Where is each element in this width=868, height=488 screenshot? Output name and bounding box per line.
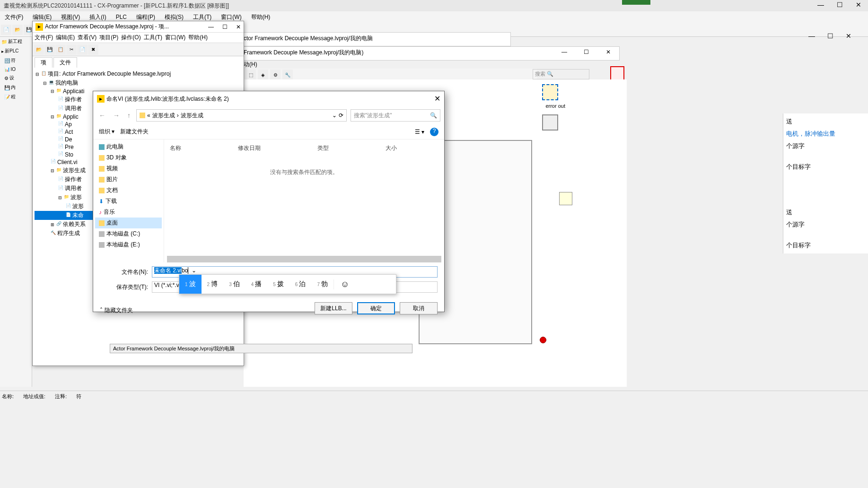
lvt-2[interactable]: 💾 <box>44 44 55 55</box>
path-dropdown-icon[interactable]: ⌄ <box>332 112 337 119</box>
ime-cand-4[interactable]: 4播 <box>245 275 268 294</box>
sd-search-input[interactable]: 搜索"波形生成" 🔍 <box>351 109 440 122</box>
side-thispc[interactable]: 此电脑 <box>95 141 162 152</box>
block-node-2[interactable] <box>542 114 558 131</box>
sd-path-breadcrumb[interactable]: « 波形生成 › 波形生成 ⌄ ⟳ <box>136 109 347 122</box>
side-pic[interactable]: 图片 <box>95 174 162 185</box>
tool-new[interactable]: 📄 <box>1 25 11 35</box>
bgt-3[interactable]: ⚙ <box>270 70 281 80</box>
col-name[interactable]: 名称 <box>170 144 181 152</box>
lvm-view[interactable]: 查看(V) <box>78 34 96 42</box>
ime-cand-6[interactable]: 6泊 <box>289 275 312 294</box>
lvt-1[interactable]: 📂 <box>34 44 44 55</box>
bg-max[interactable]: ☐ <box>827 32 833 40</box>
ls-newproj[interactable]: 📁 新工程 <box>0 37 32 46</box>
lv-titlebar[interactable]: ▶ Actor Framework Decouple Message.lvpro… <box>33 21 244 33</box>
side-edrive[interactable]: 本地磁盘 (E:) <box>95 239 162 250</box>
sd-sidebar[interactable]: 此电脑 3D 对象 视频 图片 文档 ⬇下载 ♪音乐 桌面 本地磁盘 (C:) … <box>93 139 164 262</box>
filename-drop-icon[interactable]: ⌄ <box>192 267 196 274</box>
tool-open[interactable]: 📂 <box>12 25 23 35</box>
lv-tab-files[interactable]: 文件 <box>53 57 77 68</box>
cancel-button[interactable]: 取消 <box>400 302 438 314</box>
lvt-4[interactable]: ✂ <box>66 44 77 55</box>
lvm-help[interactable]: 帮助(H) <box>188 34 208 42</box>
ime-cand-5[interactable]: 5拨 <box>267 275 289 294</box>
menu-plc[interactable]: PLC <box>113 13 130 21</box>
sd-help-icon[interactable]: ? <box>430 128 438 136</box>
side-music[interactable]: ♪音乐 <box>95 207 162 218</box>
lv-tab-items[interactable]: 项 <box>35 57 53 68</box>
col-size[interactable]: 大小 <box>386 144 397 152</box>
bg2-max[interactable]: ☐ <box>584 49 589 55</box>
bg2-min[interactable]: — <box>561 49 567 55</box>
minimize-button[interactable]: — <box>811 1 830 10</box>
lvt-6[interactable]: ✖ <box>88 44 98 55</box>
lvm-proj[interactable]: 项目(P) <box>99 34 118 42</box>
sd-close-button[interactable]: ✕ <box>434 94 440 103</box>
ok-button[interactable]: 确定 <box>357 302 395 314</box>
bg-help-menu[interactable]: 动(H) <box>244 61 257 69</box>
block-node-3[interactable] <box>559 192 572 205</box>
new-llb-button[interactable]: 新建LLB... <box>315 302 352 314</box>
nav-up-icon[interactable]: ↑ <box>125 112 132 119</box>
col-type[interactable]: 类型 <box>317 144 329 152</box>
refresh-icon[interactable]: ⟳ <box>339 112 343 119</box>
lvm-edit[interactable]: 编辑(E) <box>56 34 75 42</box>
sd-organize-button[interactable]: 组织 ▾ <box>99 128 114 136</box>
tree-root[interactable]: ⊟📋项目: Actor Framework Decouple Message.l… <box>35 70 242 78</box>
stop-terminal-icon[interactable] <box>540 337 546 343</box>
bgt-4[interactable]: 🔧 <box>282 70 293 80</box>
path-seg-1[interactable]: 波形生成 <box>152 112 175 120</box>
hide-folders-toggle[interactable]: ˄ 隐藏文件夹 <box>93 305 140 316</box>
close-button[interactable]: ✕ <box>849 1 868 10</box>
bg-search-input[interactable]: 搜索 🔍 <box>533 69 589 79</box>
ls-prog[interactable]: 📝 程 <box>0 92 32 102</box>
lvt-3[interactable]: 📋 <box>55 44 66 55</box>
sd-filelist[interactable]: 名称 修改日期 类型 大小 没有与搜索条件匹配的项。 <box>164 139 444 262</box>
bottom-tab-label[interactable]: Actor Framework Decouple Message.lvproj/… <box>110 344 412 353</box>
sd-titlebar[interactable]: ▶ 命名VI (波形生成.lvlib:波形生成.lvclass:未命名 2) ✕ <box>93 91 444 106</box>
bgt-2[interactable]: ◈ <box>258 70 268 80</box>
bg-min[interactable]: — <box>808 32 815 40</box>
ime-cand-3[interactable]: 3伯 <box>223 275 245 294</box>
ime-cand-1[interactable]: 1波 <box>179 275 202 294</box>
maximize-button[interactable]: ☐ <box>830 1 849 10</box>
lv-close[interactable]: ✕ <box>236 24 241 30</box>
lvm-win[interactable]: 窗口(W) <box>165 34 185 42</box>
nav-fwd-icon[interactable]: → <box>111 112 122 119</box>
sd-newfolder-button[interactable]: 新建文件夹 <box>120 128 149 136</box>
lvt-5[interactable]: 📄 <box>77 44 88 55</box>
ls-mem[interactable]: 💾 内 <box>0 83 32 92</box>
lvm-op[interactable]: 操作(O) <box>121 34 140 42</box>
side-desktop[interactable]: 桌面 <box>95 218 162 228</box>
ls-io[interactable]: 📊 IO <box>0 65 32 73</box>
lvm-file[interactable]: 文件(F) <box>35 34 53 42</box>
side-cdrive[interactable]: 本地磁盘 (C:) <box>95 228 162 239</box>
nav-back-icon[interactable]: ← <box>97 112 107 119</box>
ls-newplc[interactable]: ▸ 新PLC <box>0 46 32 56</box>
bgt-1[interactable]: ⬚ <box>245 70 256 80</box>
path-seg-2[interactable]: 波形生成 <box>181 112 203 120</box>
lv-max[interactable]: ☐ <box>222 24 228 30</box>
tree-mypc[interactable]: ⊟💻我的电脑 <box>35 78 242 87</box>
ime-candidate-bar[interactable]: 1波 2博 3伯 4播 5拨 6泊 7勃 ☺ <box>179 274 396 294</box>
side-down[interactable]: ⬇下载 <box>95 196 162 207</box>
rp-2[interactable]: 电机，脉冲输出量 <box>785 128 866 140</box>
ls-sym[interactable]: 🔣 符 <box>0 56 32 65</box>
menu-file[interactable]: 文件(F) <box>2 12 26 22</box>
sd-hscrollbar[interactable] <box>167 256 441 262</box>
ime-cand-7[interactable]: 7勃 <box>311 275 333 294</box>
ime-cand-2[interactable]: 2博 <box>202 275 224 294</box>
block-node-1[interactable] <box>542 84 558 100</box>
side-3d[interactable]: 3D 对象 <box>95 152 162 163</box>
lvm-tool[interactable]: 工具(T) <box>144 34 162 42</box>
ls-set[interactable]: ⚙ 设 <box>0 73 32 83</box>
col-date[interactable]: 修改日期 <box>238 144 261 152</box>
lv-min[interactable]: — <box>208 24 214 30</box>
side-doc[interactable]: 文档 <box>95 185 162 196</box>
bg-close[interactable]: ✕ <box>846 32 851 40</box>
menu-help[interactable]: 帮助(H) <box>248 12 273 22</box>
sd-view-icon[interactable]: ☰ ▾ <box>415 129 424 135</box>
bg-stop-icon[interactable] <box>610 66 624 80</box>
side-video[interactable]: 视频 <box>95 163 162 174</box>
